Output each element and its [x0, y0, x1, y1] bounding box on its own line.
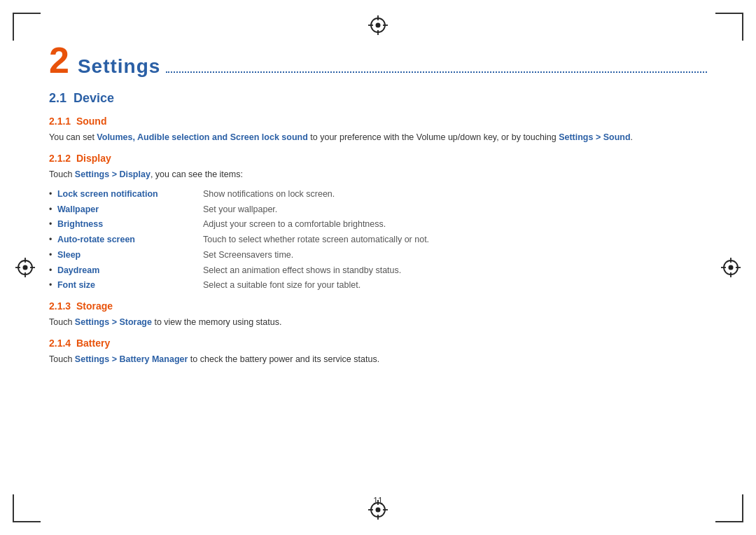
display-label-lock-screen: • Lock screen notification	[49, 188, 203, 201]
section-214-label: 2.1.4	[49, 338, 71, 349]
section-21-title: Device	[74, 91, 114, 105]
label-text-font-size: Font size	[57, 280, 95, 290]
display-item-auto-rotate: • Auto-rotate screen Touch to select whe…	[49, 233, 707, 246]
section-212-label: 2.1.2	[49, 153, 71, 164]
display-item-lock-screen: • Lock screen notification Show notifica…	[49, 188, 707, 201]
chapter-number: 2	[49, 42, 69, 78]
section-213-heading: 2.1.3 Storage	[49, 300, 707, 312]
section-211-label: 2.1.1	[49, 116, 71, 127]
svg-point-19	[376, 508, 381, 513]
display-label-daydream: • Daydream	[49, 264, 203, 277]
crosshair-right-icon	[721, 258, 741, 277]
bullet-icon: •	[49, 265, 52, 275]
bullet-icon: •	[49, 219, 52, 229]
bullet-icon: •	[49, 204, 52, 214]
display-item-brightness: • Brightness Adjust your screen to a com…	[49, 218, 707, 231]
section-214-title: Battery	[76, 338, 110, 349]
page-number: 11	[373, 496, 382, 506]
display-label-auto-rotate: • Auto-rotate screen	[49, 233, 203, 246]
chapter-heading: 2 Settings	[49, 42, 707, 78]
chapter-dots-decoration	[166, 71, 707, 73]
display-item-daydream: • Daydream Select an animation effect sh…	[49, 264, 707, 277]
display-label-brightness: • Brightness	[49, 218, 203, 231]
display-desc-brightness: Adjust your screen to a comfortable brig…	[203, 218, 386, 231]
display-item-wallpaper: • Wallpaper Set your wallpaper.	[49, 203, 707, 216]
display-label-sleep: • Sleep	[49, 249, 203, 262]
section-212-heading: 2.1.2 Display	[49, 153, 707, 164]
section-21-label: 2.1	[49, 91, 66, 105]
label-text-wallpaper: Wallpaper	[57, 204, 99, 214]
display-desc-lock-screen: Show notifications on lock screen.	[203, 188, 335, 201]
label-text-auto-rotate: Auto-rotate screen	[57, 235, 135, 244]
display-desc-font-size: Select a suitable font size for your tab…	[203, 279, 360, 292]
page-content: 2 Settings 2.1 Device 2.1.1 Sound You ca…	[49, 42, 707, 493]
svg-point-13	[729, 265, 734, 270]
svg-point-1	[376, 23, 381, 28]
section-211-para: You can set Volumes, Audible selection a…	[49, 131, 707, 144]
corner-bracket-br	[715, 494, 743, 522]
section-213-label: 2.1.3	[49, 300, 71, 312]
display-desc-auto-rotate: Touch to select whether rotate screen au…	[203, 233, 429, 246]
section-214-para: Touch Settings > Battery Manager to chec…	[49, 353, 707, 366]
section-212-intro: Touch Settings > Display, you can see th…	[49, 168, 707, 181]
svg-point-7	[23, 265, 28, 270]
label-text-brightness: Brightness	[57, 219, 103, 229]
bullet-icon: •	[49, 280, 52, 290]
display-items-list: • Lock screen notification Show notifica…	[49, 188, 707, 292]
section-211-title: Sound	[76, 116, 107, 127]
label-text-daydream: Daydream	[57, 265, 99, 275]
display-desc-wallpaper: Set your wallpaper.	[203, 203, 277, 216]
bullet-icon: •	[49, 235, 52, 244]
crosshair-left-icon	[15, 258, 35, 277]
corner-bracket-bl	[13, 494, 41, 522]
display-item-font-size: • Font size Select a suitable font size …	[49, 279, 707, 292]
section-213-para: Touch Settings > Storage to view the mem…	[49, 316, 707, 329]
display-desc-sleep: Set Screensavers time.	[203, 249, 293, 262]
section-214-heading: 2.1.4 Battery	[49, 338, 707, 349]
crosshair-top-icon	[368, 15, 388, 35]
section-211-heading: 2.1.1 Sound	[49, 116, 707, 127]
label-text-lock-screen: Lock screen notification	[57, 189, 158, 199]
display-label-wallpaper: • Wallpaper	[49, 203, 203, 216]
section-212-title: Display	[76, 153, 111, 164]
bullet-icon: •	[49, 189, 52, 199]
display-item-sleep: • Sleep Set Screensavers time.	[49, 249, 707, 262]
chapter-title: Settings	[78, 55, 160, 78]
bullet-icon: •	[49, 250, 52, 260]
display-desc-daydream: Select an animation effect shows in stan…	[203, 264, 401, 277]
section-213-title: Storage	[76, 300, 113, 312]
section-21-heading: 2.1 Device	[49, 91, 707, 106]
label-text-sleep: Sleep	[57, 250, 80, 260]
display-label-font-size: • Font size	[49, 279, 203, 292]
corner-bracket-tl	[13, 13, 41, 41]
corner-bracket-tr	[715, 13, 743, 41]
